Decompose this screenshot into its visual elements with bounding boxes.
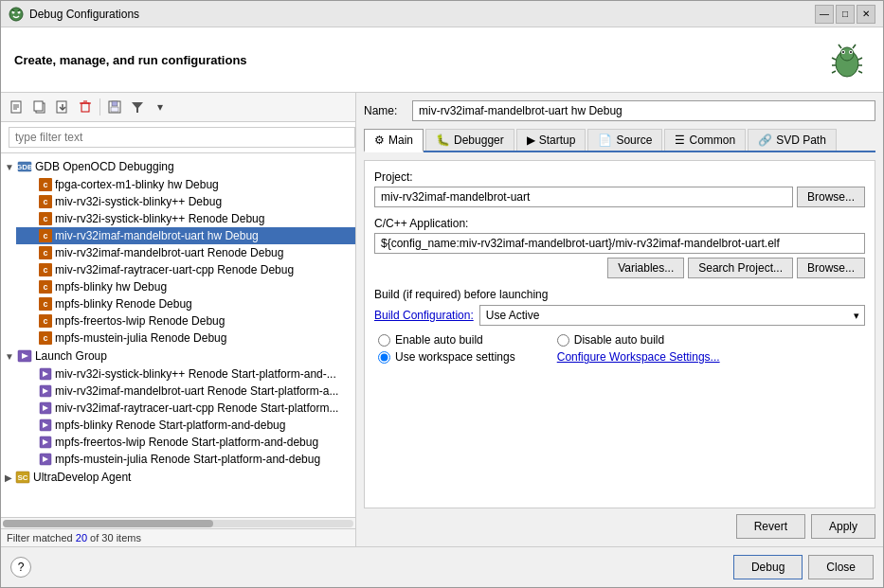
tab-common[interactable]: ☰ Common [664, 129, 746, 151]
revert-button[interactable]: Revert [736, 514, 805, 539]
project-label: Project: [374, 170, 865, 184]
tree-item[interactable]: miv-rv32imaf-mandelbrot-uart Renode Star… [16, 383, 355, 400]
maximize-button[interactable]: □ [836, 5, 855, 24]
config-icon: c [39, 280, 52, 294]
horizontal-scrollbar[interactable] [1, 517, 355, 528]
project-input[interactable] [374, 187, 793, 207]
build-section-label: Build (if required) before launching [374, 288, 865, 301]
name-row: Name: [364, 100, 875, 121]
svg-point-0 [9, 8, 23, 21]
left-panel: ▾ ▼ GDB GDB OpenOCD Debugging [1, 93, 356, 546]
config-icon: c [39, 263, 52, 276]
search-project-button[interactable]: Search Project... [688, 258, 793, 278]
app-field-group: C/C++ Application: Variables... Search P… [374, 217, 865, 278]
gdb-group: ▼ GDB GDB OpenOCD Debugging c fpga-corte… [1, 157, 355, 347]
svg-marker-33 [132, 102, 143, 113]
launch-group: ▼ Launch Group miv-rv32i-systick-blinky+… [1, 347, 355, 468]
revert-apply-row: Revert Apply [364, 508, 875, 539]
build-config-select-wrapper: Use Active [479, 305, 865, 326]
tab-startup[interactable]: ▶ Startup [516, 129, 586, 151]
build-config-select[interactable]: Use Active [479, 305, 865, 326]
svg-line-17 [832, 71, 836, 73]
build-section: Build (if required) before launching Bui… [374, 288, 865, 364]
bottom-bar: ? Debug Close [1, 546, 883, 587]
filter-input[interactable] [9, 127, 355, 148]
minimize-button[interactable]: — [815, 5, 834, 24]
tree-area[interactable]: ▼ GDB GDB OpenOCD Debugging c fpga-corte… [1, 153, 355, 517]
tree-item[interactable]: c mpfs-blinky hw Debug [16, 278, 355, 295]
ultradevelop-group-header[interactable]: ▶ SC UltraDevelop Agent [1, 468, 355, 487]
tree-item[interactable]: miv-rv32i-systick-blinky++ Renode Start-… [16, 365, 355, 383]
scroll-thumb[interactable] [3, 520, 213, 527]
tabs-row: ⚙ Main 🐛 Debugger ▶ Startup 📄 Source ☰ [364, 129, 875, 152]
project-browse-button[interactable]: Browse... [797, 187, 865, 207]
header-banner: Create, manage, and run configurations [1, 27, 883, 93]
filter-dropdown-button[interactable]: ▾ [150, 97, 171, 117]
name-label: Name: [364, 104, 406, 117]
close-button[interactable]: Close [808, 555, 874, 579]
new-config-button[interactable] [7, 97, 27, 117]
main-tab-icon: ⚙ [374, 134, 385, 147]
config-icon: c [39, 178, 52, 191]
debug-icon [9, 7, 24, 22]
toolbar-separator [99, 98, 100, 116]
tab-main[interactable]: ⚙ Main [364, 129, 424, 152]
svg-rect-32 [111, 107, 118, 112]
ultradevelop-expand-icon: ▶ [5, 472, 12, 483]
variables-button[interactable]: Variables... [607, 258, 684, 278]
tree-item[interactable]: c mpfs-mustein-julia Renode Debug [16, 330, 355, 347]
app-input[interactable] [374, 233, 865, 254]
use-workspace-item: Use workspace settings [378, 350, 515, 364]
project-row: Browse... [374, 187, 865, 207]
apply-button[interactable]: Apply [811, 514, 875, 539]
help-button[interactable]: ? [10, 557, 31, 578]
close-window-button[interactable]: ✕ [857, 5, 875, 24]
selected-tree-item[interactable]: c miv-rv32imaf-mandelbrot-uart hw Debug [16, 227, 355, 244]
tree-item[interactable]: c miv-rv32i-systick-blinky++ Debug [16, 193, 355, 210]
app-browse-button[interactable]: Browse... [797, 258, 865, 278]
filter-status: Filter matched 20 of 30 items [1, 528, 355, 546]
name-input[interactable] [412, 100, 875, 121]
tab-debugger[interactable]: 🐛 Debugger [425, 129, 514, 151]
config-toolbar: ▾ [1, 93, 355, 122]
svg-text:GDB: GDB [17, 163, 32, 171]
tab-svdpath[interactable]: 🔗 SVD Path [748, 129, 837, 151]
debug-configurations-dialog: Debug Configurations — □ ✕ Create, manag… [0, 0, 884, 588]
config-panel: Project: Browse... C/C++ Application: Va… [364, 160, 875, 508]
configure-workspace-link[interactable]: Configure Workspace Settings... [557, 350, 720, 364]
config-icon: c [39, 331, 52, 345]
tree-item[interactable]: c mpfs-blinky Renode Debug [16, 295, 355, 312]
export-config-button[interactable] [52, 97, 73, 117]
title-bar-buttons: — □ ✕ [815, 5, 875, 24]
svg-line-11 [839, 45, 841, 48]
filter-input-row [1, 122, 355, 153]
launch-group-icon [17, 348, 32, 364]
gdb-group-header[interactable]: ▼ GDB GDB OpenOCD Debugging [1, 157, 355, 176]
launch-group-header[interactable]: ▼ Launch Group [1, 347, 355, 365]
filter-button[interactable] [127, 97, 148, 117]
tree-item[interactable]: c miv-rv32imaf-raytracer-uart-cpp Renode… [16, 261, 355, 278]
save-button[interactable] [104, 97, 125, 117]
launch-item-icon [39, 384, 52, 398]
svg-text:SC: SC [17, 473, 27, 482]
enable-auto-build-radio[interactable] [378, 334, 390, 347]
use-workspace-radio[interactable] [378, 351, 390, 364]
tree-item[interactable]: c mpfs-freertos-lwip Renode Debug [16, 312, 355, 330]
tree-item[interactable]: c fpga-cortex-m1-blinky hw Debug [16, 176, 355, 193]
disable-auto-build-radio[interactable] [557, 334, 569, 347]
delete-config-button[interactable] [75, 97, 96, 117]
tree-item[interactable]: miv-rv32imaf-raytracer-uart-cpp Renode S… [16, 400, 355, 417]
duplicate-config-button[interactable] [29, 97, 50, 117]
tab-source[interactable]: 📄 Source [587, 129, 662, 151]
tree-item[interactable]: mpfs-freertos-lwip Renode Start-platform… [16, 434, 355, 451]
build-config-link[interactable]: Build Configuration: [374, 309, 474, 322]
bottom-left: ? [10, 557, 31, 578]
app-row [374, 233, 865, 254]
build-config-row: Build Configuration: Use Active [374, 305, 865, 326]
tree-item[interactable]: c miv-rv32imaf-mandelbrot-uart Renode De… [16, 244, 355, 261]
tree-item[interactable]: c miv-rv32i-systick-blinky++ Renode Debu… [16, 210, 355, 227]
tree-item[interactable]: mpfs-mustein-julia Renode Start-platform… [16, 451, 355, 468]
debug-button[interactable]: Debug [733, 555, 803, 579]
tree-item[interactable]: mpfs-blinky Renode Start-platform-and-de… [16, 417, 355, 434]
bottom-right: Debug Close [733, 555, 874, 579]
